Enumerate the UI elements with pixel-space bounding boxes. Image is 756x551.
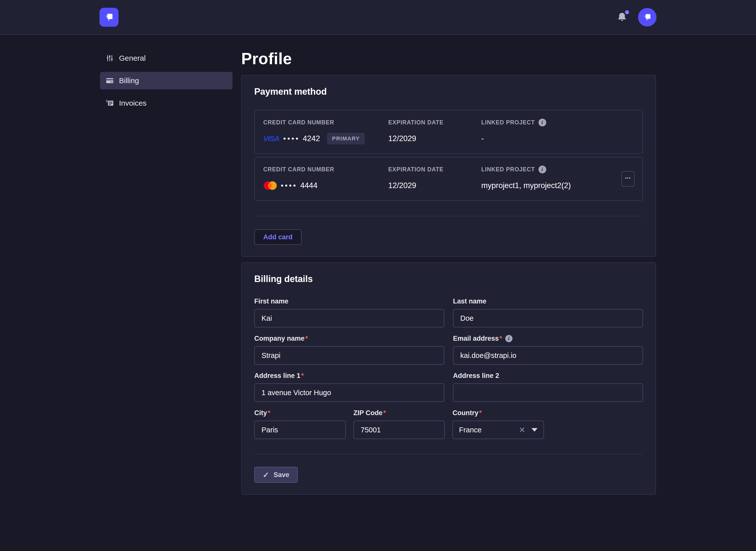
visa-logo: VISA xyxy=(263,134,279,143)
first-name-label: First name xyxy=(254,297,444,305)
last-name-label: Last name xyxy=(453,297,643,305)
info-icon[interactable]: i xyxy=(505,335,512,342)
city-input[interactable] xyxy=(254,421,346,439)
field-zip-code: ZIP Code* xyxy=(353,409,445,439)
cc-number-label: CREDIT CARD NUMBER xyxy=(263,165,388,173)
expiration-value: 12/2029 xyxy=(388,180,481,191)
strapi-logo-button[interactable] xyxy=(99,8,118,27)
save-button[interactable]: ✓ Save xyxy=(254,467,298,483)
address-line-1-label: Address line 1* xyxy=(254,372,444,380)
notification-badge xyxy=(625,10,629,14)
billing-details-card: Billing details First name Last name xyxy=(241,262,656,495)
main-content: Profile Payment method CREDIT CARD NUMBE… xyxy=(241,49,656,495)
linked-project-label-text: LINKED PROJECT xyxy=(481,119,535,126)
cc-number-label: CREDIT CARD NUMBER xyxy=(263,118,388,126)
cc-number-value: VISA •••• 4242 PRIMARY xyxy=(263,133,388,144)
billing-form-grid: First name Last name Company name* xyxy=(254,297,643,402)
linked-project-value: - xyxy=(481,133,634,144)
field-last-name: Last name xyxy=(453,297,643,328)
content-container: General Billing $ xyxy=(100,35,656,495)
cc-last4: 4444 xyxy=(300,181,317,190)
sidebar-item-general[interactable]: General xyxy=(100,49,233,67)
card-actions-button[interactable]: ••• xyxy=(621,171,635,186)
invoice-icon: $ xyxy=(105,99,114,107)
credit-card-row-mastercard: CREDIT CARD NUMBER •••• 4444 xyxy=(254,157,643,201)
cc-number-col: CREDIT CARD NUMBER VISA •••• 4242 PRIMAR… xyxy=(263,118,388,144)
company-name-input[interactable] xyxy=(254,346,444,365)
cc-linked-col: LINKED PROJECT i myproject1, myproject2(… xyxy=(481,165,634,191)
sliders-icon xyxy=(105,54,114,62)
required-asterisk: * xyxy=(479,409,482,417)
country-select[interactable]: France ✕ xyxy=(453,421,544,439)
check-icon: ✓ xyxy=(263,471,269,479)
info-icon[interactable]: i xyxy=(538,165,546,173)
address-line-2-label: Address line 2 xyxy=(453,372,643,380)
linked-project-label: LINKED PROJECT i xyxy=(481,118,634,126)
strapi-logo-icon xyxy=(103,11,115,23)
field-address-line-2: Address line 2 xyxy=(453,372,643,402)
company-name-label: Company name* xyxy=(254,335,444,343)
address-line-2-input[interactable] xyxy=(453,384,643,402)
sidebar-item-label: Billing xyxy=(119,76,139,85)
user-avatar[interactable] xyxy=(638,8,657,26)
field-address-line-1: Address line 1* xyxy=(254,372,444,402)
last-name-input[interactable] xyxy=(453,309,643,328)
add-card-button[interactable]: Add card xyxy=(254,229,301,245)
linked-project-label: LINKED PROJECT i xyxy=(481,165,634,173)
label-text: Company name xyxy=(254,335,304,343)
expiration-label: EXPIRATION DATE xyxy=(388,165,481,173)
save-button-label: Save xyxy=(273,471,289,479)
header-actions xyxy=(616,8,657,26)
payment-method-heading: Payment method xyxy=(254,86,643,97)
label-text: City xyxy=(254,409,267,417)
linked-project-value: myproject1, myproject2(2) xyxy=(481,180,634,191)
email-address-label: Email address* i xyxy=(453,335,643,343)
cc-linked-col: LINKED PROJECT i - xyxy=(481,118,634,144)
field-first-name: First name xyxy=(254,297,444,328)
field-country: Country* France ✕ xyxy=(453,409,544,439)
address-line-1-input[interactable] xyxy=(254,384,444,402)
expiration-label: EXPIRATION DATE xyxy=(388,118,481,126)
credit-card-icon xyxy=(105,76,114,85)
svg-text:$: $ xyxy=(106,99,107,103)
expiration-value: 12/2029 xyxy=(388,133,481,144)
cc-expiration-col: EXPIRATION DATE 12/2029 xyxy=(388,165,481,191)
sidebar-item-billing[interactable]: Billing xyxy=(100,72,233,89)
required-asterisk: * xyxy=(500,335,502,343)
billing-form-row-location: City* ZIP Code* Country* France xyxy=(254,409,643,439)
app-header xyxy=(0,0,756,35)
field-city: City* xyxy=(254,409,346,439)
zip-code-label: ZIP Code* xyxy=(353,409,445,417)
avatar-strapi-glyph xyxy=(642,12,653,22)
cc-number-value: •••• 4444 xyxy=(263,180,388,191)
cc-expiration-col: EXPIRATION DATE 12/2029 xyxy=(388,118,481,144)
page-title: Profile xyxy=(241,49,656,68)
masked-digits: •••• xyxy=(281,181,297,190)
cc-last4: 4242 xyxy=(303,134,320,143)
settings-sidebar: General Billing $ xyxy=(100,49,233,495)
field-company-name: Company name* xyxy=(254,335,444,365)
label-text: Country xyxy=(453,409,479,417)
billing-details-heading: Billing details xyxy=(254,274,643,284)
info-icon[interactable]: i xyxy=(538,119,546,126)
notifications-button[interactable] xyxy=(616,11,628,24)
label-text: Address line 2 xyxy=(453,372,499,380)
label-text: Address line 1 xyxy=(254,372,300,380)
first-name-input[interactable] xyxy=(254,309,444,328)
sidebar-item-label: Invoices xyxy=(119,99,147,107)
country-select-value: France xyxy=(459,426,519,434)
divider xyxy=(254,216,643,216)
sidebar-item-label: General xyxy=(119,54,146,62)
city-label: City* xyxy=(254,409,346,417)
country-label: Country* xyxy=(453,409,544,417)
field-email-address: Email address* i xyxy=(453,335,643,365)
required-asterisk: * xyxy=(305,335,308,343)
sidebar-item-invoices[interactable]: $ Invoices xyxy=(100,94,233,112)
clear-icon[interactable]: ✕ xyxy=(519,425,525,435)
masked-digits: •••• xyxy=(283,134,300,143)
divider xyxy=(254,454,643,454)
email-address-input[interactable] xyxy=(453,346,643,365)
zip-code-input[interactable] xyxy=(353,421,445,439)
required-asterisk: * xyxy=(383,409,386,417)
label-text: ZIP Code xyxy=(353,409,383,417)
